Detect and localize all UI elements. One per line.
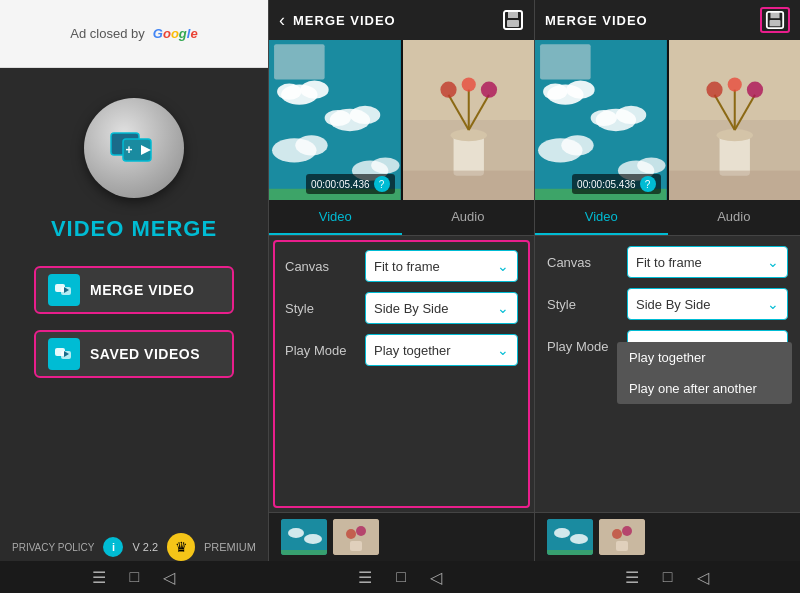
svg-point-16	[300, 81, 328, 99]
thumbnail-plant-right[interactable]	[599, 519, 645, 555]
saved-videos-icon	[48, 338, 80, 370]
nav-back-mid[interactable]: ◁	[430, 568, 442, 587]
panel-title-left: MERGE VIDEO	[293, 13, 396, 28]
play-mode-label-right: Play Mode	[547, 339, 619, 354]
svg-point-51	[566, 81, 594, 99]
thumbnail-sky-right[interactable]	[547, 519, 593, 555]
style-row-left: Style Side By Side ⌄	[285, 292, 518, 324]
google-brand: Google	[149, 26, 198, 41]
help-icon-left[interactable]: ?	[374, 176, 390, 192]
saved-videos-button[interactable]: SAVED VIDEOS	[34, 330, 234, 378]
svg-point-22	[295, 135, 327, 155]
thumbnails-left	[269, 512, 534, 561]
panel-settings-left: Canvas Fit to frame ⌄ Style Side By Side…	[273, 240, 530, 508]
canvas-select-right[interactable]: Fit to frame ⌄	[627, 246, 788, 278]
svg-point-44	[356, 526, 366, 536]
svg-text:+: +	[125, 143, 132, 157]
save-button-right[interactable]	[760, 7, 790, 33]
svg-point-73	[554, 528, 570, 538]
style-row-right: Style Side By Side ⌄	[547, 288, 788, 320]
app-logo: +	[84, 98, 184, 198]
video-thumb-plant-left	[403, 40, 535, 200]
svg-rect-71	[669, 171, 801, 200]
dropdown-item-together[interactable]: Play together	[617, 342, 792, 373]
nav-back-left[interactable]: ◁	[163, 568, 175, 587]
video-thumb-sky-right: 00:00:05.436 ?	[535, 40, 667, 200]
tab-bar-right: Video Audio	[535, 200, 800, 236]
nav-home-left[interactable]: □	[130, 568, 140, 586]
svg-point-29	[450, 129, 486, 141]
svg-point-68	[706, 82, 722, 98]
timestamp-right: 00:00:05.436 ?	[572, 174, 660, 194]
save-button-left[interactable]	[502, 9, 524, 31]
merge-video-button[interactable]: MERGE VIDEO	[34, 266, 234, 314]
merge-panel-left: ‹ MERGE VIDEO	[268, 0, 534, 561]
merge-video-label: MERGE VIDEO	[90, 282, 194, 298]
style-select-right[interactable]: Side By Side ⌄	[627, 288, 788, 320]
svg-point-52	[543, 84, 567, 100]
premium-label: PREMIUM	[204, 541, 256, 553]
play-mode-chevron-left: ⌄	[497, 342, 509, 358]
play-mode-dropdown-right: Play together Play one after another	[617, 342, 792, 404]
merge-video-icon	[48, 274, 80, 306]
tab-audio-left[interactable]: Audio	[402, 200, 535, 235]
svg-point-33	[440, 82, 456, 98]
floppy-icon-left	[502, 9, 524, 31]
left-panel: Ad closed by Google + VIDEO MERGE MERGE …	[0, 0, 268, 593]
nav-hamburger-mid[interactable]: ☰	[358, 568, 372, 587]
svg-point-19	[350, 106, 380, 124]
style-label-left: Style	[285, 301, 357, 316]
thumbnail-sky-left[interactable]	[281, 519, 327, 555]
svg-rect-40	[281, 550, 327, 555]
version-label: V 2.2	[132, 541, 158, 553]
tab-video-left[interactable]: Video	[269, 200, 402, 235]
tab-audio-right[interactable]: Audio	[668, 200, 801, 235]
nav-home-right[interactable]: □	[663, 568, 673, 586]
svg-rect-75	[547, 550, 593, 555]
svg-point-57	[561, 135, 593, 155]
svg-point-74	[570, 534, 588, 544]
svg-rect-14	[274, 44, 325, 79]
nav-hamburger-left[interactable]: ☰	[92, 568, 106, 587]
ad-text: Ad closed by	[70, 26, 144, 41]
premium-crown-icon[interactable]: ♛	[167, 533, 195, 561]
style-select-left[interactable]: Side By Side ⌄	[365, 292, 518, 324]
thumbnail-plant-left[interactable]	[333, 519, 379, 555]
svg-point-35	[480, 82, 496, 98]
canvas-chevron-left: ⌄	[497, 258, 509, 274]
style-label-right: Style	[547, 297, 619, 312]
video-thumb-plant-right	[669, 40, 801, 200]
floppy-icon-right	[765, 10, 785, 30]
nav-home-mid[interactable]: □	[396, 568, 406, 586]
canvas-chevron-right: ⌄	[767, 254, 779, 270]
canvas-label-right: Canvas	[547, 255, 619, 270]
help-icon-right[interactable]: ?	[640, 176, 656, 192]
canvas-row-right: Canvas Fit to frame ⌄	[547, 246, 788, 278]
svg-point-79	[622, 526, 632, 536]
info-button[interactable]: i	[103, 537, 123, 557]
canvas-row-left: Canvas Fit to frame ⌄	[285, 250, 518, 282]
svg-rect-49	[540, 44, 591, 79]
nav-bar: ☰ □ ◁ ☰ □ ◁ ☰ □ ◁	[0, 561, 800, 593]
panel-header-left: ‹ MERGE VIDEO	[269, 0, 534, 40]
nav-back-right[interactable]: ◁	[697, 568, 709, 587]
svg-rect-11	[508, 11, 518, 18]
dropdown-item-sequential[interactable]: Play one after another	[617, 373, 792, 404]
play-mode-select-left[interactable]: Play together ⌄	[365, 334, 518, 366]
privacy-policy-link[interactable]: PRIVACY POLICY	[12, 542, 94, 553]
svg-point-43	[346, 529, 356, 539]
back-button-left[interactable]: ‹	[279, 10, 285, 31]
svg-point-34	[461, 78, 475, 92]
panel-header-right: MERGE VIDEO	[535, 0, 800, 40]
tab-video-right[interactable]: Video	[535, 200, 668, 235]
svg-rect-47	[770, 20, 781, 26]
style-chevron-right: ⌄	[767, 296, 779, 312]
canvas-select-left[interactable]: Fit to frame ⌄	[365, 250, 518, 282]
svg-rect-36	[403, 171, 535, 200]
nav-hamburger-right[interactable]: ☰	[625, 568, 639, 587]
left-footer: PRIVACY POLICY i V 2.2 ♛ PREMIUM	[0, 533, 268, 561]
svg-point-24	[371, 157, 399, 173]
logo-icon: +	[107, 121, 162, 176]
svg-point-39	[304, 534, 322, 544]
nav-section-left: ☰ □ ◁	[0, 568, 267, 587]
